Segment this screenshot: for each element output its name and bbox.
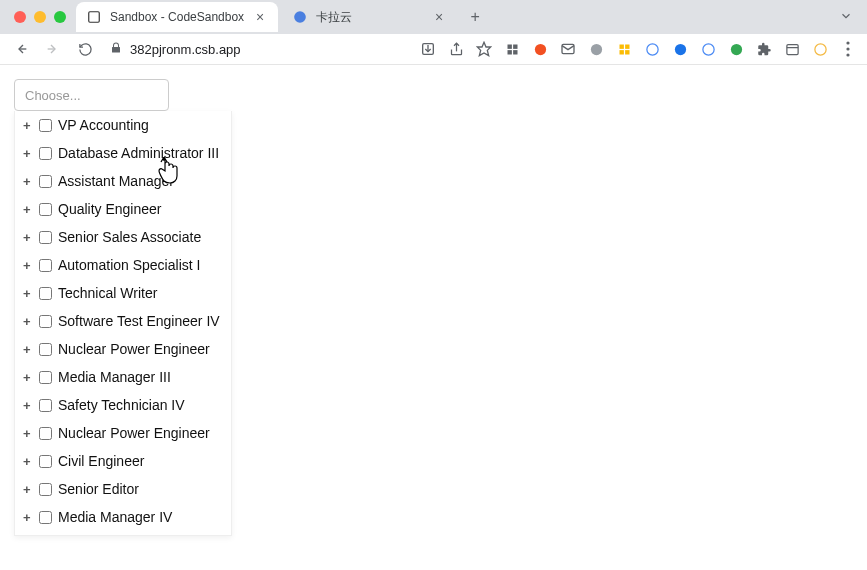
- menu-icon[interactable]: [839, 40, 857, 58]
- expand-icon[interactable]: +: [23, 342, 33, 357]
- browser-tab-inactive[interactable]: 卡拉云 ×: [282, 2, 457, 32]
- forward-button[interactable]: [42, 38, 64, 60]
- svg-rect-15: [619, 44, 623, 48]
- expand-icon[interactable]: +: [23, 286, 33, 301]
- expand-icon[interactable]: +: [23, 146, 33, 161]
- expand-icon[interactable]: +: [23, 426, 33, 441]
- option-label: Civil Engineer: [58, 453, 223, 469]
- dropdown-option[interactable]: +VP Accounting: [15, 111, 231, 139]
- option-checkbox[interactable]: [39, 427, 52, 440]
- expand-icon[interactable]: +: [23, 454, 33, 469]
- expand-icon[interactable]: +: [23, 258, 33, 273]
- dropdown-option[interactable]: +Nuclear Power Engineer: [15, 335, 231, 363]
- close-window-icon[interactable]: [14, 11, 26, 23]
- ext-icon[interactable]: [727, 40, 745, 58]
- back-button[interactable]: [10, 38, 32, 60]
- option-checkbox[interactable]: [39, 203, 52, 216]
- page-content: +VP Accounting+Database Administrator II…: [0, 65, 867, 550]
- svg-rect-16: [625, 44, 629, 48]
- svg-point-21: [702, 43, 713, 54]
- expand-icon[interactable]: +: [23, 482, 33, 497]
- dropdown-option[interactable]: +Senior Editor: [15, 475, 231, 503]
- svg-rect-23: [786, 44, 797, 54]
- close-tab-icon[interactable]: ×: [252, 9, 268, 25]
- dropdown-option[interactable]: +Senior Sales Associate: [15, 223, 231, 251]
- option-checkbox[interactable]: [39, 175, 52, 188]
- option-checkbox[interactable]: [39, 399, 52, 412]
- star-icon[interactable]: [475, 40, 493, 58]
- ext-icon[interactable]: [671, 40, 689, 58]
- svg-point-22: [730, 43, 741, 54]
- ext-icon[interactable]: [643, 40, 661, 58]
- new-tab-button[interactable]: +: [461, 3, 489, 31]
- expand-icon[interactable]: +: [23, 510, 33, 525]
- share-icon[interactable]: [447, 40, 465, 58]
- dropdown-option[interactable]: +Civil Engineer: [15, 447, 231, 475]
- expand-icon[interactable]: +: [23, 398, 33, 413]
- option-label: Quality Engineer: [58, 201, 223, 217]
- dropdown-option[interactable]: +Automation Specialist I: [15, 251, 231, 279]
- site-icon: [292, 9, 308, 25]
- ext-icon[interactable]: [615, 40, 633, 58]
- option-checkbox[interactable]: [39, 455, 52, 468]
- tab-title: 卡拉云: [316, 9, 423, 26]
- close-tab-icon[interactable]: ×: [431, 9, 447, 25]
- svg-point-12: [534, 43, 545, 54]
- expand-icon[interactable]: +: [23, 174, 33, 189]
- option-checkbox[interactable]: [39, 119, 52, 132]
- option-checkbox[interactable]: [39, 259, 52, 272]
- install-icon[interactable]: [419, 40, 437, 58]
- address-bar[interactable]: 382pjronm.csb.app: [106, 42, 241, 57]
- svg-point-20: [674, 43, 685, 54]
- svg-point-28: [846, 53, 849, 56]
- option-checkbox[interactable]: [39, 315, 52, 328]
- option-label: Software Test Engineer IV: [58, 313, 223, 329]
- minimize-window-icon[interactable]: [34, 11, 46, 23]
- option-label: Senior Sales Associate: [58, 229, 223, 245]
- tab-overflow-button[interactable]: [833, 9, 859, 26]
- dropdown-option[interactable]: +Safety Technician IV: [15, 391, 231, 419]
- option-label: Technical Writer: [58, 285, 223, 301]
- browser-tab-active[interactable]: Sandbox - CodeSandbox ×: [76, 2, 278, 32]
- expand-icon[interactable]: +: [23, 314, 33, 329]
- svg-point-26: [846, 41, 849, 44]
- expand-icon[interactable]: +: [23, 202, 33, 217]
- dropdown-option[interactable]: +Database Administrator III: [15, 139, 231, 167]
- dropdown-option[interactable]: +Quality Engineer: [15, 195, 231, 223]
- expand-icon[interactable]: +: [23, 118, 33, 133]
- expand-icon[interactable]: +: [23, 370, 33, 385]
- option-checkbox[interactable]: [39, 371, 52, 384]
- dropdown-option[interactable]: +Assistant Manager: [15, 167, 231, 195]
- combobox-input[interactable]: [15, 80, 168, 110]
- maximize-window-icon[interactable]: [54, 11, 66, 23]
- mail-icon[interactable]: [559, 40, 577, 58]
- svg-rect-11: [513, 50, 517, 54]
- option-checkbox[interactable]: [39, 147, 52, 160]
- option-checkbox[interactable]: [39, 231, 52, 244]
- option-checkbox[interactable]: [39, 343, 52, 356]
- ext-icon[interactable]: [531, 40, 549, 58]
- svg-rect-10: [507, 50, 511, 54]
- dropdown-option[interactable]: +Software Test Engineer IV: [15, 307, 231, 335]
- dropdown-option[interactable]: +Nuclear Power Engineer: [15, 419, 231, 447]
- option-label: Assistant Manager: [58, 173, 223, 189]
- expand-icon[interactable]: +: [23, 230, 33, 245]
- ext-icon[interactable]: [587, 40, 605, 58]
- ext-icon[interactable]: [811, 40, 829, 58]
- puzzle-icon[interactable]: [755, 40, 773, 58]
- option-label: Media Manager III: [58, 369, 223, 385]
- option-label: Database Administrator III: [58, 145, 223, 161]
- window-icon[interactable]: [783, 40, 801, 58]
- option-label: VP Accounting: [58, 117, 223, 133]
- dropdown-option[interactable]: +Media Manager IV: [15, 503, 231, 531]
- ext-icon[interactable]: [503, 40, 521, 58]
- reload-button[interactable]: [74, 38, 96, 60]
- option-checkbox[interactable]: [39, 483, 52, 496]
- dropdown-option[interactable]: +Media Manager III: [15, 363, 231, 391]
- option-label: Automation Specialist I: [58, 257, 223, 273]
- option-checkbox[interactable]: [39, 511, 52, 524]
- option-checkbox[interactable]: [39, 287, 52, 300]
- ext-icon[interactable]: [699, 40, 717, 58]
- dropdown-option[interactable]: +Technical Writer: [15, 279, 231, 307]
- combobox[interactable]: [14, 79, 169, 111]
